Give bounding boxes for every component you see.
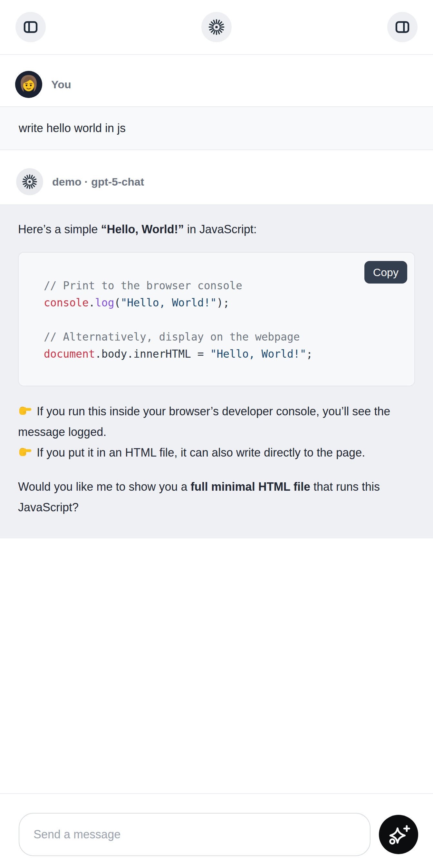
assistant-paragraph-question: Would you like me to show you a full min… [18,476,398,518]
assistant-avatar [16,168,43,195]
user-message: write hello world in js [0,106,433,150]
pointing-right-emoji [18,403,32,417]
starburst-logo-icon [207,18,226,36]
panel-right-icon [394,19,411,35]
top-bar [0,0,433,55]
assistant-intro-text: Here’s a simple “Hello, World!” in JavaS… [18,219,415,240]
person-emoji [15,71,42,98]
user-message-text: write hello world in js [19,121,126,135]
code-content: // Print to the browser consoleconsole.l… [44,277,401,363]
sparkle-icon [386,823,410,846]
panel-left-icon [22,19,39,35]
assistant-message-header: demo · gpt-5-chat [0,150,433,204]
user-name: You [51,78,71,91]
user-avatar [15,71,42,98]
app-logo-button[interactable] [202,12,231,42]
copy-button[interactable]: Copy [364,261,407,283]
assistant-name: demo · gpt-5-chat [52,176,144,188]
code-block: Copy // Print to the browser consolecons… [18,252,415,386]
chat-transcript: You write hello world in js demo · gpt- [0,55,433,793]
composer [0,793,433,868]
user-message-header: You [0,55,433,106]
message-input[interactable] [19,813,371,856]
sidebar-toggle-button[interactable] [16,12,46,42]
assistant-paragraph-tips: If you run this inside your browser’s de… [18,401,398,463]
send-button[interactable] [379,815,418,854]
right-panel-toggle-button[interactable] [387,12,417,42]
assistant-message: Here’s a simple “Hello, World!” in JavaS… [0,204,433,538]
pointing-right-emoji [18,445,32,459]
starburst-icon [21,173,38,190]
